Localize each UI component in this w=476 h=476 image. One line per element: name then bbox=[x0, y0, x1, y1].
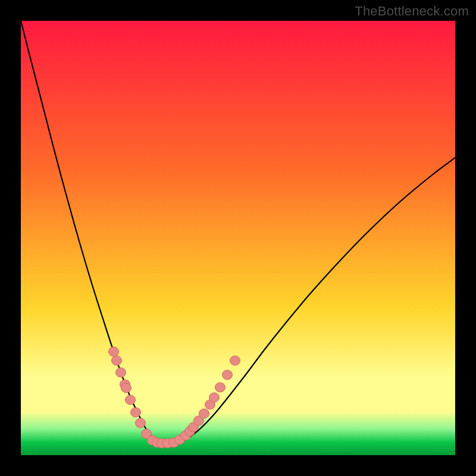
data-dot bbox=[112, 356, 122, 365]
data-dot bbox=[209, 393, 220, 402]
data-dot bbox=[131, 408, 141, 417]
data-dot bbox=[136, 418, 146, 428]
data-dot bbox=[223, 370, 233, 380]
gradient-background bbox=[21, 21, 455, 455]
data-dot bbox=[109, 347, 119, 356]
data-dot bbox=[116, 368, 126, 377]
data-dot bbox=[215, 383, 226, 392]
data-dot bbox=[230, 356, 240, 365]
chart-svg bbox=[21, 21, 455, 455]
data-dot bbox=[121, 383, 131, 393]
watermark-text: TheBottleneck.com bbox=[355, 4, 469, 19]
chart-frame: TheBottleneck.com bbox=[0, 0, 476, 476]
chart-plot-area bbox=[21, 21, 455, 455]
data-dot bbox=[199, 409, 209, 418]
data-dot bbox=[126, 395, 136, 405]
